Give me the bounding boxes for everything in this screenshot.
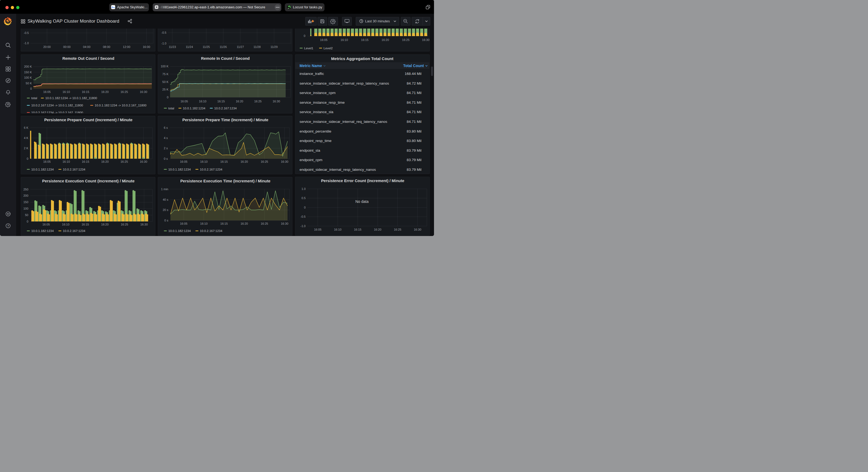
svg-text:16:15: 16:15 <box>217 100 225 103</box>
svg-text:250: 250 <box>23 188 28 191</box>
svg-text:10.0.1.182:1234: 10.0.1.182:1234 <box>183 106 206 110</box>
svg-text:16:30: 16:30 <box>140 223 148 226</box>
svg-text:16:10: 16:10 <box>199 100 207 103</box>
svg-text:No data: No data <box>355 199 368 204</box>
svg-text:04:00: 04:00 <box>83 45 90 48</box>
svg-text:20:00: 20:00 <box>43 45 51 48</box>
svg-text:16:20: 16:20 <box>236 100 243 103</box>
svg-text:16:25: 16:25 <box>402 38 409 41</box>
svg-text:16:30: 16:30 <box>414 228 421 231</box>
svg-text:4 s: 4 s <box>164 136 168 140</box>
svg-text:16:30: 16:30 <box>273 100 280 103</box>
svg-text:11/29: 11/29 <box>271 45 278 48</box>
svg-text:16:15: 16:15 <box>354 228 362 231</box>
svg-text:16:05: 16:05 <box>42 223 50 226</box>
svg-text:16:30: 16:30 <box>281 222 288 225</box>
svg-text:16:25: 16:25 <box>260 222 268 225</box>
svg-text:16:15: 16:15 <box>361 38 368 41</box>
svg-text:16:15: 16:15 <box>220 222 228 225</box>
svg-text:16:10: 16:10 <box>200 222 208 225</box>
svg-text:16:20: 16:20 <box>101 90 109 93</box>
svg-text:10.0.2.167:1234 -> 10.0.2.167_: 10.0.2.167:1234 -> 10.0.2.167_11800 <box>31 111 83 113</box>
svg-text:10.0.1.182:1234 -> 10.0.1.182_: 10.0.1.182:1234 -> 10.0.1.182_11800 <box>45 96 97 100</box>
svg-text:16:10: 16:10 <box>340 38 348 41</box>
svg-text:16:30: 16:30 <box>140 160 147 163</box>
svg-text:10.0.2.167:1234: 10.0.2.167:1234 <box>214 106 237 110</box>
svg-text:40 s: 40 s <box>163 198 168 201</box>
svg-text:2 s: 2 s <box>164 146 168 150</box>
svg-text:50 K: 50 K <box>26 81 32 85</box>
svg-text:50 K: 50 K <box>162 80 168 83</box>
svg-text:16:15: 16:15 <box>82 160 89 163</box>
svg-text:12:00: 12:00 <box>123 45 130 48</box>
svg-text:16:05: 16:05 <box>314 228 321 231</box>
svg-text:10.0.2.167:1234: 10.0.2.167:1234 <box>200 168 222 171</box>
svg-text:Remote Out Count / Second: Remote Out Count / Second <box>62 56 114 61</box>
svg-text:-1.0: -1.0 <box>301 225 306 228</box>
svg-text:11/26: 11/26 <box>220 45 227 48</box>
svg-text:0.5: 0.5 <box>301 196 305 200</box>
svg-text:-1.0: -1.0 <box>161 42 166 45</box>
svg-text:-0.5: -0.5 <box>301 215 306 218</box>
svg-text:10.0.1.182:1234: 10.0.1.182:1234 <box>31 229 54 233</box>
svg-text:0: 0 <box>26 220 28 223</box>
svg-text:16:05: 16:05 <box>43 160 51 163</box>
svg-text:75 K: 75 K <box>162 72 168 76</box>
svg-text:-0.5: -0.5 <box>24 31 29 34</box>
svg-text:16:25: 16:25 <box>120 90 128 93</box>
svg-text:150: 150 <box>23 200 28 204</box>
svg-text:16:25: 16:25 <box>120 160 128 163</box>
svg-text:0 s: 0 s <box>164 157 168 160</box>
svg-text:16:30: 16:30 <box>281 160 288 163</box>
svg-text:16:20: 16:20 <box>101 160 109 163</box>
svg-text:-0.5: -0.5 <box>161 31 166 34</box>
svg-text:16:20: 16:20 <box>241 222 248 225</box>
svg-text:6 K: 6 K <box>24 126 28 129</box>
svg-text:16:20: 16:20 <box>381 38 389 41</box>
svg-text:10.0.2.167:1234 -> 10.0.1.182_: 10.0.2.167:1234 -> 10.0.1.182_11800 <box>31 104 83 107</box>
svg-text:-1.0: -1.0 <box>24 41 29 45</box>
svg-text:Level1: Level1 <box>304 46 313 50</box>
svg-text:25 K: 25 K <box>162 88 168 91</box>
svg-text:10.0.1.182:1234: 10.0.1.182:1234 <box>168 229 191 233</box>
svg-text:Persistence Prepare Time (Incr: Persistence Prepare Time (Increment) / M… <box>182 118 268 122</box>
svg-text:10.0.1.182:1234: 10.0.1.182:1234 <box>31 168 54 171</box>
svg-text:total: total <box>168 106 174 110</box>
svg-text:150 K: 150 K <box>24 70 32 73</box>
svg-text:4 K: 4 K <box>24 136 28 140</box>
svg-text:Persistence Execution Count (I: Persistence Execution Count (Increment) … <box>42 179 134 183</box>
svg-text:16:20: 16:20 <box>101 223 109 226</box>
svg-text:16:30: 16:30 <box>140 90 147 93</box>
svg-text:6 s: 6 s <box>164 126 168 129</box>
svg-text:10.0.2.167:1234: 10.0.2.167:1234 <box>63 168 86 171</box>
svg-text:Persistence Error Count (Incre: Persistence Error Count (Increment) / Mi… <box>321 179 404 183</box>
svg-text:2 K: 2 K <box>24 146 28 150</box>
svg-text:16:20: 16:20 <box>241 160 248 163</box>
svg-text:16:15: 16:15 <box>220 160 228 163</box>
svg-text:16:05: 16:05 <box>320 38 328 41</box>
svg-text:11/25: 11/25 <box>203 45 210 48</box>
svg-text:0: 0 <box>26 157 28 160</box>
svg-text:16:10: 16:10 <box>62 160 70 163</box>
svg-text:200 K: 200 K <box>24 65 32 68</box>
svg-text:16:25: 16:25 <box>260 160 268 163</box>
svg-text:16:05: 16:05 <box>180 222 187 225</box>
svg-text:0 s: 0 s <box>164 219 168 222</box>
svg-text:16:20: 16:20 <box>374 228 381 231</box>
svg-text:Level2: Level2 <box>323 46 333 50</box>
svg-text:16:05: 16:05 <box>43 90 51 93</box>
svg-text:16:25: 16:25 <box>254 100 261 103</box>
svg-text:0: 0 <box>167 96 168 99</box>
svg-text:1 min: 1 min <box>161 188 168 191</box>
svg-text:0: 0 <box>304 34 305 37</box>
svg-text:16:25: 16:25 <box>121 223 128 226</box>
svg-text:11/27: 11/27 <box>237 45 244 48</box>
svg-text:200: 200 <box>23 194 28 197</box>
svg-text:10.0.2.167:1234: 10.0.2.167:1234 <box>63 229 86 233</box>
svg-text:Persistence Execution Time (In: Persistence Execution Time (Increment) /… <box>180 179 270 183</box>
svg-text:16:15: 16:15 <box>82 90 89 93</box>
svg-text:Persistence Prepare Count (Inc: Persistence Prepare Count (Increment) / … <box>44 118 132 122</box>
svg-text:11/24: 11/24 <box>186 45 193 48</box>
svg-text:0: 0 <box>304 206 305 209</box>
svg-text:0: 0 <box>30 87 32 90</box>
